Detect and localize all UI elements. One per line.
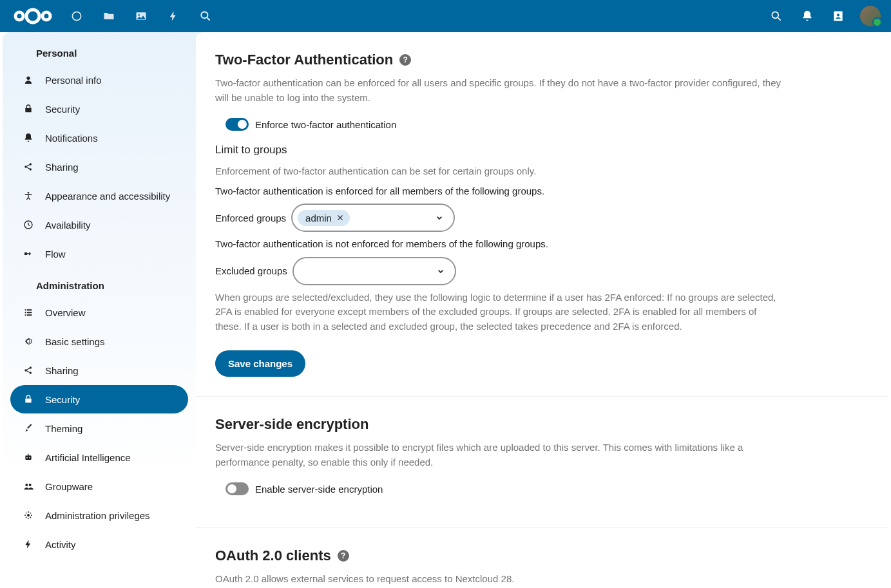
app-logo[interactable] (5, 5, 61, 27)
sidebar-item-appearance[interactable]: Appearance and accessibility (10, 182, 188, 210)
nav-dashboard-icon[interactable] (61, 0, 93, 32)
svg-point-7 (772, 12, 778, 18)
accessibility-icon (21, 191, 36, 201)
desc-encryption: Server-side encryption makes it possible… (215, 441, 782, 469)
sidebar-item-label: Availability (45, 220, 91, 231)
user-avatar[interactable] (860, 6, 881, 26)
nav-search-app-icon[interactable] (189, 0, 222, 32)
sidebar-item-label: Flow (45, 249, 66, 260)
admin-gear-icon (21, 510, 36, 520)
help-icon[interactable]: ? (399, 54, 411, 66)
chip-label: admin (305, 213, 332, 223)
enforced-desc: Two-factor authentication is enforced fo… (215, 184, 782, 199)
nav-activity-icon[interactable] (157, 0, 189, 32)
gear-icon (21, 336, 36, 346)
sidebar-item-label: Personal info (45, 75, 102, 86)
sidebar-item-label: Appearance and accessibility (45, 191, 170, 202)
sidebar-item-label: Security (45, 104, 80, 115)
section-two-factor: Two-Factor Authentication ? Two-factor a… (196, 32, 888, 397)
sidebar-item-theming[interactable]: Theming (10, 414, 188, 442)
limit-groups-desc: Enforcement of two-factor authentication… (215, 164, 782, 179)
section-encryption: Server-side encryption Server-side encry… (196, 397, 888, 528)
nav-photos-icon[interactable] (125, 0, 157, 32)
sidebar-item-basic-settings[interactable]: Basic settings (10, 327, 188, 356)
top-header (0, 0, 891, 32)
excluded-groups-label: Excluded groups (215, 265, 287, 276)
flow-icon (21, 249, 36, 259)
section-oauth: OAuth 2.0 clients ? OAuth 2.0 allows ext… (196, 528, 888, 588)
excluded-groups-row: Excluded groups (215, 257, 869, 285)
main-content: Two-Factor Authentication ? Two-factor a… (196, 32, 888, 588)
svg-point-24 (29, 457, 30, 459)
header-actions (762, 2, 886, 30)
chip-remove-icon[interactable] (336, 213, 345, 222)
sidebar-item-groupware[interactable]: Groupware (10, 472, 188, 500)
contacts-icon[interactable] (824, 2, 852, 30)
enforced-groups-label: Enforced groups (215, 213, 286, 223)
sidebar-item-label: Activity (45, 539, 76, 550)
svg-point-25 (25, 484, 28, 486)
sidebar-item-security-personal[interactable]: Security (10, 95, 188, 123)
groupware-icon (21, 481, 36, 491)
sidebar-item-label: Administration privileges (45, 510, 150, 521)
sidebar-item-notifications[interactable]: Notifications (10, 124, 188, 152)
lock-icon (21, 104, 36, 114)
enable-encryption-label: Enable server-side encryption (255, 484, 383, 495)
svg-point-3 (72, 12, 81, 20)
sidebar-item-label: Theming (45, 423, 82, 434)
limit-groups-heading: Limit to groups (215, 144, 869, 156)
sidebar-item-admin-privileges[interactable]: Administration privileges (10, 501, 188, 529)
sidebar-item-sharing-personal[interactable]: Sharing (10, 153, 188, 181)
sidebar-item-label: Security (45, 394, 80, 405)
svg-point-5 (138, 14, 140, 15)
desc-oauth: OAuth 2.0 allows external services to re… (215, 572, 782, 587)
excluded-desc: Two-factor authentication is not enforce… (215, 237, 782, 252)
sidebar-item-availability[interactable]: Availability (10, 211, 188, 239)
sidebar-item-personal-info[interactable]: Personal info (10, 66, 188, 94)
sidebar-item-ai[interactable]: Artificial Intelligence (10, 443, 188, 471)
title-text: Two-Factor Authentication (215, 52, 393, 68)
svg-point-26 (29, 484, 32, 486)
chevron-down-icon (434, 213, 448, 223)
enable-encryption-toggle[interactable] (225, 482, 249, 495)
nav-files-icon[interactable] (93, 0, 125, 32)
svg-rect-21 (25, 399, 31, 403)
settings-sidebar: Personal Personal info Security Notifica… (3, 32, 196, 588)
enforce-2fa-toggle[interactable] (225, 118, 249, 131)
sidebar-item-security-admin[interactable]: Security (10, 385, 188, 413)
save-changes-button[interactable]: Save changes (215, 350, 305, 377)
sidebar-heading-personal: Personal (8, 36, 191, 65)
activity-icon (21, 539, 36, 549)
svg-rect-22 (25, 455, 31, 460)
sidebar-item-label: Sharing (45, 162, 79, 173)
sidebar-item-label: Notifications (45, 133, 98, 144)
desc-2fa: Two-factor authentication can be enforce… (215, 76, 782, 105)
svg-point-9 (837, 14, 839, 16)
overview-icon (21, 307, 36, 318)
excluded-groups-select[interactable] (292, 257, 456, 285)
sidebar-item-sharing-admin[interactable]: Sharing (10, 356, 188, 384)
content-wrapper: Personal Personal info Security Notifica… (3, 32, 888, 588)
section-title-2fa: Two-Factor Authentication ? (215, 52, 869, 68)
svg-point-27 (27, 514, 30, 517)
svg-point-15 (28, 192, 30, 194)
sidebar-item-activity[interactable]: Activity (10, 530, 188, 558)
share-icon (21, 162, 36, 172)
enforced-groups-select[interactable]: admin (291, 204, 455, 232)
svg-point-6 (201, 12, 207, 18)
notifications-icon[interactable] (793, 2, 821, 30)
svg-rect-11 (25, 108, 31, 113)
section-title-encryption: Server-side encryption (215, 416, 869, 433)
robot-icon (21, 452, 36, 462)
sidebar-item-overview[interactable]: Overview (10, 298, 188, 327)
svg-point-2 (43, 12, 50, 20)
sidebar-item-label: Artificial Intelligence (45, 452, 131, 463)
help-icon[interactable]: ? (338, 550, 349, 562)
search-icon[interactable] (762, 2, 790, 30)
svg-rect-17 (24, 252, 27, 255)
bell-icon (21, 133, 36, 143)
sidebar-item-label: Groupware (45, 481, 93, 492)
sidebar-heading-admin: Administration (8, 269, 191, 298)
sidebar-item-flow[interactable]: Flow (10, 240, 188, 268)
sidebar-item-label: Sharing (45, 365, 79, 376)
